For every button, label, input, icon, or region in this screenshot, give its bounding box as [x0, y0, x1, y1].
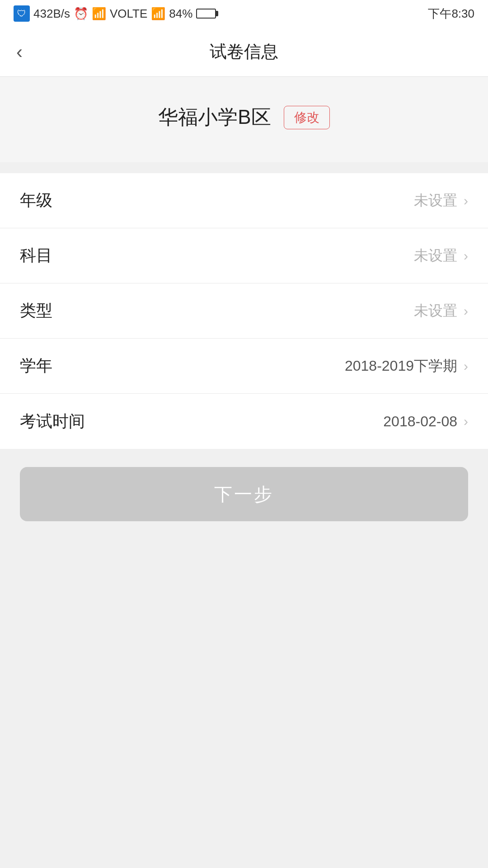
grade-value: 未设置: [414, 191, 457, 211]
status-right: 下午8:30: [428, 6, 474, 22]
battery-icon: [196, 9, 216, 19]
school-year-value-area: 2018-2019下学期 ›: [345, 356, 468, 376]
subject-chevron-icon: ›: [464, 248, 468, 264]
school-section: 华福小学B区 修改: [0, 77, 488, 162]
exam-time-label: 考试时间: [20, 410, 85, 433]
next-button-area: 下一步: [0, 449, 488, 544]
subject-value: 未设置: [414, 246, 457, 266]
subject-label: 科目: [20, 245, 52, 267]
modify-button[interactable]: 修改: [284, 106, 330, 129]
page-title: 试卷信息: [210, 40, 278, 63]
subject-value-area: 未设置 ›: [414, 246, 468, 266]
time-display: 下午8:30: [428, 6, 474, 22]
status-left: 🛡 432B/s ⏰ 📶 VOLTE 📶 84%: [14, 5, 216, 22]
type-label: 类型: [20, 300, 52, 322]
battery-percent: 84%: [169, 7, 192, 21]
alarm-icon: ⏰: [74, 7, 88, 21]
grade-row[interactable]: 年级 未设置 ›: [0, 173, 488, 228]
school-name: 华福小学B区: [158, 104, 271, 131]
grade-label: 年级: [20, 189, 52, 212]
network-speed: 432B/s: [33, 7, 70, 21]
type-value-area: 未设置 ›: [414, 301, 468, 321]
school-year-value: 2018-2019下学期: [345, 356, 457, 376]
header: ‹ 试卷信息: [0, 27, 488, 77]
type-chevron-icon: ›: [464, 303, 468, 319]
next-button[interactable]: 下一步: [20, 467, 468, 521]
school-year-chevron-icon: ›: [464, 359, 468, 374]
signal-icon: 📶: [151, 7, 165, 21]
school-year-label: 学年: [20, 355, 52, 377]
exam-time-value-area: 2018-02-08 ›: [383, 413, 468, 430]
grade-value-area: 未设置 ›: [414, 191, 468, 211]
shield-icon: 🛡: [14, 5, 30, 22]
status-bar: 🛡 432B/s ⏰ 📶 VOLTE 📶 84% 下午8:30: [0, 0, 488, 27]
back-button[interactable]: ‹: [16, 42, 23, 61]
type-row[interactable]: 类型 未设置 ›: [0, 283, 488, 339]
section-gap: [0, 162, 488, 173]
volte-label: VOLTE: [110, 7, 147, 21]
exam-time-chevron-icon: ›: [464, 414, 468, 429]
list-section: 年级 未设置 › 科目 未设置 › 类型 未设置 › 学年 2018-2019下…: [0, 173, 488, 449]
type-value: 未设置: [414, 301, 457, 321]
wifi-icon: 📶: [92, 7, 106, 21]
school-year-row[interactable]: 学年 2018-2019下学期 ›: [0, 339, 488, 394]
exam-time-row[interactable]: 考试时间 2018-02-08 ›: [0, 394, 488, 449]
grade-chevron-icon: ›: [464, 193, 468, 208]
exam-time-value: 2018-02-08: [383, 413, 457, 430]
subject-row[interactable]: 科目 未设置 ›: [0, 228, 488, 283]
